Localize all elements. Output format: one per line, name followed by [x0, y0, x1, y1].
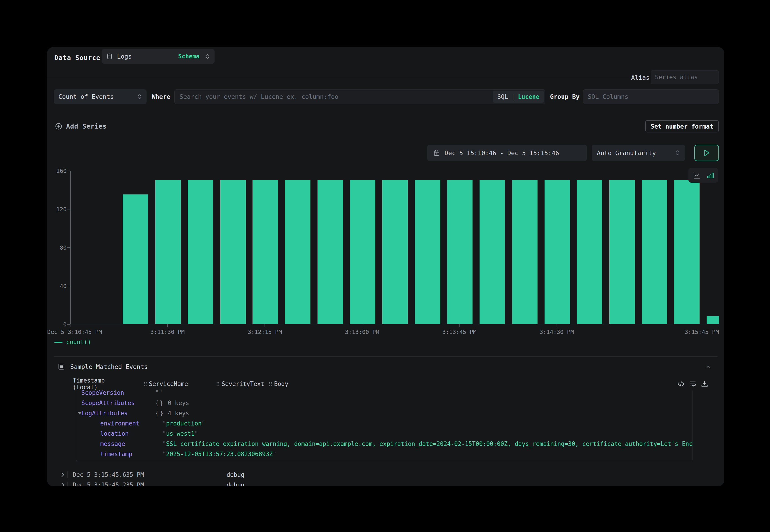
- aggregate-select[interactable]: Count of Events: [54, 89, 147, 104]
- column-header-timestamp[interactable]: Timestamp (Local): [73, 379, 105, 389]
- x-axis-tick: [719, 324, 719, 327]
- json-row-timestamp[interactable]: timestamp "2025-12-05T13:57:23.082306893…: [76, 449, 692, 459]
- json-row-environment[interactable]: environment "production": [76, 418, 692, 428]
- granularity-value: Auto Granularity: [597, 149, 675, 157]
- download-button[interactable]: [700, 379, 709, 389]
- quote: ": [273, 451, 276, 457]
- quote: ": [162, 420, 166, 427]
- quote: ": [202, 420, 205, 427]
- event-row[interactable]: Dec 5 3:15:45.235 PM debug: [47, 480, 724, 486]
- y-axis-tick-label: 0: [47, 321, 67, 328]
- sample-events-header: Sample Matched Events: [57, 362, 148, 371]
- schema-link[interactable]: Schema: [178, 53, 199, 60]
- language-separator: |: [511, 93, 515, 100]
- expander-triangle-icon[interactable]: [78, 412, 82, 415]
- column-header-servicename[interactable]: ServiceName: [144, 379, 188, 389]
- json-row-scopeversion[interactable]: ScopeVersion "": [76, 390, 692, 398]
- y-axis-tick-label: 160: [47, 168, 67, 174]
- chart-bar: [577, 180, 602, 324]
- granularity-select[interactable]: Auto Granularity: [592, 145, 685, 161]
- chart-bar: [382, 180, 408, 324]
- bar-chart-icon[interactable]: [707, 172, 714, 179]
- add-series-button[interactable]: Add Series: [55, 120, 107, 132]
- chart-bar: [642, 180, 667, 324]
- chart-legend: count(): [54, 339, 91, 346]
- json-key: ScopeVersion: [81, 390, 155, 396]
- data-source-select[interactable]: Logs Schema: [102, 49, 214, 64]
- x-axis-tick-label: 3:13:00 PM: [345, 329, 379, 335]
- json-key: LogAttributes: [81, 410, 155, 417]
- chart-bar: [252, 180, 278, 324]
- run-query-button[interactable]: [694, 145, 719, 161]
- chart-bar: [512, 180, 538, 324]
- database-icon: [106, 53, 113, 60]
- quote: ": [162, 440, 166, 447]
- chart-bar: [220, 180, 246, 324]
- language-lucene[interactable]: Lucene: [518, 93, 539, 100]
- x-axis-tick-label: 3:11:30 PM: [150, 329, 185, 335]
- query-builder-panel: Data Source Logs Schema Alias Count of E…: [47, 47, 724, 486]
- json-value: SSL certificate expiration warning, doma…: [166, 440, 692, 447]
- event-detail-panel[interactable]: ScopeVersion "" ScopeAttributes {} 0 key…: [76, 390, 693, 461]
- y-axis-tick: [67, 247, 70, 248]
- alias-input[interactable]: [651, 70, 719, 84]
- y-axis-tick-label: 40: [47, 283, 67, 289]
- json-row-location[interactable]: location "us-west1": [76, 428, 692, 439]
- language-toggle[interactable]: SQL | Lucene: [493, 91, 544, 103]
- wrap-text-button[interactable]: [688, 379, 698, 389]
- drag-handle-icon[interactable]: [144, 382, 147, 386]
- json-key: timestamp: [100, 451, 162, 457]
- code-view-button[interactable]: [676, 379, 686, 389]
- json-tree: ScopeVersion "" ScopeAttributes {} 0 key…: [76, 390, 692, 459]
- play-icon: [703, 149, 710, 157]
- y-axis-tick: [67, 286, 70, 286]
- chart-bar: [447, 180, 473, 324]
- set-number-format-button[interactable]: Set number format: [645, 120, 719, 132]
- column-header-body[interactable]: Body: [269, 379, 288, 389]
- event-row[interactable]: Dec 5 3:15:45.635 PM debug: [47, 470, 724, 479]
- x-axis-tick-label: 3:13:45 PM: [442, 329, 477, 335]
- time-range-picker[interactable]: Dec 5 15:10:46 - Dec 5 15:15:46: [427, 145, 587, 161]
- object-summary: 0 keys: [168, 400, 189, 406]
- chevron-right-icon[interactable]: [60, 472, 65, 478]
- chart-bar: [188, 180, 213, 324]
- json-row-message[interactable]: message "SSL certificate expiration warn…: [76, 439, 692, 449]
- column-label: SeverityText: [221, 380, 264, 387]
- column-divider: [67, 482, 67, 486]
- x-axis-tick: [264, 324, 265, 327]
- search-input[interactable]: [174, 93, 492, 100]
- group-by-label: Group By: [550, 89, 580, 104]
- chart-bar: [123, 194, 148, 324]
- add-series-label: Add Series: [66, 123, 107, 130]
- column-label: ServiceName: [149, 380, 188, 387]
- legend-swatch: [54, 342, 62, 343]
- json-row-logattributes[interactable]: LogAttributes {} 4 keys: [76, 408, 692, 418]
- event-severity: debug: [226, 470, 244, 479]
- json-key: location: [100, 430, 162, 437]
- json-value: 2025-12-05T13:57:23.082306893Z: [166, 451, 273, 457]
- chevron-right-icon[interactable]: [60, 482, 65, 486]
- column-header-severitytext[interactable]: SeverityText: [216, 379, 264, 389]
- object-braces-icon: {}: [155, 400, 164, 406]
- drag-handle-icon[interactable]: [216, 382, 219, 386]
- quote: ": [194, 430, 198, 437]
- chart-type-toggle: [688, 168, 718, 183]
- event-timestamp: Dec 5 3:15:45.235 PM: [73, 480, 144, 486]
- json-row-scopeattributes[interactable]: ScopeAttributes {} 0 keys: [76, 398, 692, 408]
- circle-plus-icon: [55, 122, 62, 130]
- data-source-label: Data Source: [54, 52, 100, 64]
- json-value: us-west1: [166, 430, 194, 437]
- chevron-updown-icon: [137, 94, 142, 100]
- alias-label: Alias: [631, 72, 650, 82]
- group-by-input[interactable]: [583, 89, 719, 104]
- aggregate-value: Count of Events: [58, 93, 137, 100]
- line-chart-icon[interactable]: [693, 171, 701, 180]
- chart-bar: [674, 180, 700, 324]
- json-key: environment: [100, 420, 162, 427]
- column-label: Timestamp (Local): [73, 377, 105, 391]
- y-axis-tick-label: 80: [47, 244, 67, 251]
- drag-handle-icon[interactable]: [269, 382, 272, 386]
- collapse-section-button[interactable]: [704, 362, 713, 371]
- language-sql[interactable]: SQL: [497, 93, 508, 100]
- chevron-updown-icon: [205, 53, 210, 59]
